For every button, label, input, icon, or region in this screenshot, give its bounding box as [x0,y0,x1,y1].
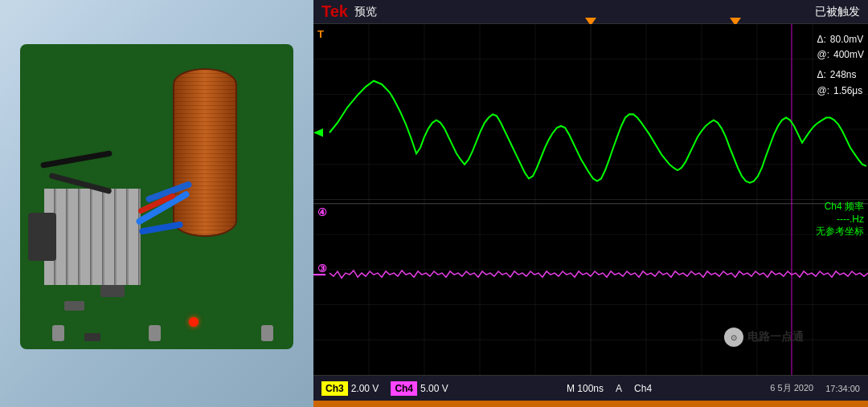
ch3-label: ③ [317,263,327,275]
triggered-label: 已被触发 [815,5,860,19]
oscilloscope-panel: Tek 预览 已被触发 [313,0,868,407]
at1-value: 400mV [833,47,864,63]
ch4-freq-label: Ch4 频率 [816,200,864,214]
ch4-voltage: 5.00 V [420,383,448,394]
trigger-source-a: A [616,383,622,394]
time-display: 17:34:00 [825,384,860,393]
standoff-3 [149,325,161,341]
delta1-label: Δ: [817,32,825,47]
ch4-box-label: Ch4 [391,381,417,396]
delta2-label: Δ: [817,67,825,83]
ch4-frequency-info: Ch4 频率 ----.Hz 无参考坐标 [816,200,864,238]
component-1 [100,285,125,297]
measurements-panel: Δ: 80.0mV @: 400mV Δ: 248ns @: 1.56μs [817,32,864,99]
at1-label: @: [817,47,829,63]
waveform-svg [313,24,868,375]
delta2-value: 248ns [830,67,857,83]
time-per-div: M 100ns [567,383,604,394]
scope-display: T ④ ③ Δ: 80.0mV @: 400mV Δ: 248ns @: 1.5… [313,24,868,375]
standoff-1 [52,325,64,341]
preview-label: 预览 [354,5,377,19]
scope-topbar: Tek 预览 已被触发 [313,0,868,24]
pcb-board [20,44,293,349]
ch4-setting: Ch4 5.00 V [391,381,448,396]
tek-logo: Tek [321,2,348,21]
ch3-setting: Ch3 2.00 V [321,381,379,396]
led-indicator [189,317,199,327]
at2-value: 1.56μs [833,83,862,99]
delta1-value: 80.0mV [830,32,863,47]
component-2 [64,301,84,311]
trigger-label: T [317,28,324,40]
orange-indicator-bar [313,401,868,407]
watermark-text: 电路一点通 [747,330,804,344]
ch4-freq-value: ----.Hz [816,214,864,225]
circuit-photo [0,0,313,407]
watermark-icon: ⊙ [724,328,743,347]
ch3-box-label: Ch3 [321,381,348,396]
power-connector [28,213,56,261]
standoff-2 [261,325,273,341]
trigger-source-ch: Ch4 [634,383,652,394]
wire-blue-3 [139,221,184,234]
wire-black-2 [40,150,113,169]
ch4-freq-note: 无参考坐标 [816,225,864,238]
svg-marker-23 [313,128,323,136]
heatsink [44,189,141,285]
ch4-label: ④ [317,206,327,218]
ch3-voltage: 2.00 V [351,383,379,394]
at2-label: @: [817,83,829,99]
scope-bottombar: Ch3 2.00 V Ch4 5.00 V M 100ns A Ch4 6 5月… [313,375,868,401]
component-3 [84,333,100,341]
tesla-coil [173,68,237,237]
watermark: ⊙ 电路一点通 [724,328,804,347]
date-display: 6 5月 2020 [770,382,813,394]
